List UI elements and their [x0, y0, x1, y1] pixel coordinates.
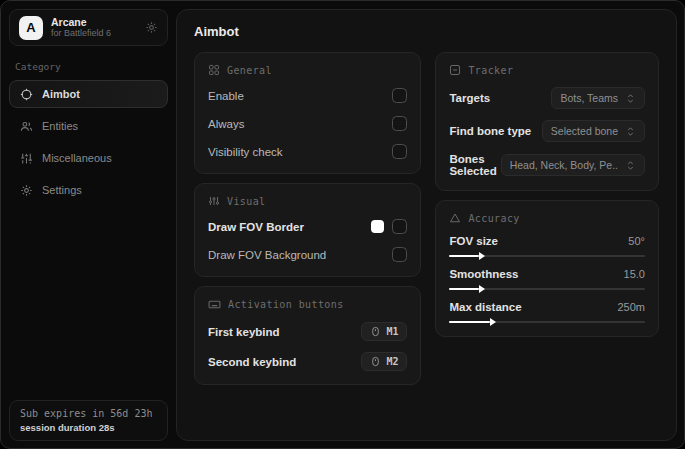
mouse-icon — [370, 326, 381, 337]
keyboard-icon — [208, 298, 221, 311]
draw-fov-background-checkbox[interactable] — [392, 247, 407, 262]
keybind-value: M1 — [386, 326, 398, 337]
setting-label: Bones Selected — [449, 153, 500, 177]
draw-fov-border-checkbox[interactable] — [392, 219, 407, 234]
targets-select[interactable]: Bots, Teams — [551, 87, 645, 109]
setting-row-enable: Enable — [208, 87, 407, 104]
general-card: General Enable Always Visibility check — [194, 52, 421, 174]
sidebar-item-label: Entities — [42, 120, 78, 132]
brand-text: Arcane for Battlefield 6 — [51, 16, 137, 38]
sidebar-item-label: Aimbot — [42, 88, 80, 100]
select-value: Head, Neck, Body, Pe.. — [510, 159, 618, 171]
visual-card-title: Visual — [227, 196, 266, 207]
app-name: Arcane — [51, 16, 137, 28]
sub-expiry-text: Sub expires in 56d 23h — [20, 408, 157, 419]
setting-label: Find bone type — [449, 125, 531, 137]
gear-icon — [20, 184, 33, 197]
sidebar-nav: Aimbot Entities Miscella — [9, 80, 168, 204]
setting-label: Draw FOV Background — [208, 249, 326, 261]
activation-card-title: Activation buttons — [228, 299, 344, 310]
setting-label: Enable — [208, 90, 244, 102]
setting-label: Draw FOV Border — [208, 221, 304, 233]
fov-size-slider[interactable] — [449, 255, 645, 257]
first-keybind-button[interactable]: M1 — [361, 322, 407, 341]
setting-row-targets: Targets Bots, Teams — [449, 87, 645, 109]
left-column: General Enable Always Visibility check — [194, 52, 421, 385]
brand-card: A Arcane for Battlefield 6 — [9, 9, 168, 46]
keybind-value: M2 — [386, 356, 398, 367]
mouse-icon — [370, 356, 381, 367]
users-icon — [20, 120, 33, 133]
smoothness-slider-block: Smoothness 15.0 — [449, 268, 645, 290]
always-checkbox[interactable] — [392, 116, 407, 131]
select-value: Selected bone — [551, 125, 618, 137]
slider-value: 15.0 — [624, 268, 645, 280]
page-title: Aimbot — [194, 24, 659, 39]
brand-gear-icon[interactable] — [145, 21, 158, 34]
slider-value: 50° — [628, 235, 645, 247]
adjustments-icon — [208, 195, 220, 207]
chevrons-up-down-icon — [625, 126, 636, 137]
max-distance-slider[interactable] — [449, 321, 645, 323]
general-card-title: General — [227, 65, 272, 76]
activation-buttons-card: Activation buttons First keybind M1 — [194, 286, 421, 385]
sidebar-item-entities[interactable]: Entities — [9, 112, 168, 140]
setting-row-draw-fov-border: Draw FOV Border — [208, 218, 407, 235]
max-distance-slider-block: Max distance 250m — [449, 301, 645, 323]
setting-row-find-bone-type: Find bone type Selected bone — [449, 120, 645, 142]
sidebar-item-aimbot[interactable]: Aimbot — [9, 80, 168, 108]
setting-row-draw-fov-background: Draw FOV Background — [208, 246, 407, 263]
chevrons-up-down-icon — [625, 93, 636, 104]
sidebar: A Arcane for Battlefield 6 Category — [1, 1, 176, 448]
sidebar-item-settings[interactable]: Settings — [9, 176, 168, 204]
setting-row-first-keybind: First keybind M1 — [208, 322, 407, 341]
slider-label: FOV size — [449, 235, 498, 247]
category-label: Category — [15, 61, 162, 72]
chevrons-up-down-icon — [625, 160, 636, 171]
triangle-icon — [449, 212, 461, 224]
find-bone-type-select[interactable]: Selected bone — [542, 120, 645, 142]
setting-label: Second keybind — [208, 356, 296, 368]
sidebar-item-label: Settings — [42, 184, 82, 196]
setting-row-always: Always — [208, 115, 407, 132]
setting-row-second-keybind: Second keybind M2 — [208, 352, 407, 371]
slider-label: Smoothness — [449, 268, 518, 280]
smoothness-slider[interactable] — [449, 288, 645, 290]
setting-label: Always — [208, 118, 244, 130]
enable-checkbox[interactable] — [392, 88, 407, 103]
grid-icon — [208, 64, 220, 76]
subscription-card: Sub expires in 56d 23h session duration … — [9, 400, 168, 441]
slider-label: Max distance — [449, 301, 521, 313]
main-panel: Aimbot General — [176, 9, 677, 441]
sidebar-item-miscellaneous[interactable]: Miscellaneous — [9, 144, 168, 172]
crosshair-icon — [20, 88, 33, 101]
app-subtitle: for Battlefield 6 — [51, 28, 137, 38]
setting-label: First keybind — [208, 326, 280, 338]
visual-card: Visual Draw FOV Border Draw FOV Backgrou… — [194, 183, 421, 277]
session-duration-text: session duration 28s — [20, 422, 157, 433]
app-logo: A — [19, 16, 43, 40]
visibility-check-checkbox[interactable] — [392, 144, 407, 159]
tracker-card: Tracker Targets Bots, Teams — [435, 52, 659, 191]
select-value: Bots, Teams — [560, 92, 618, 104]
sliders-icon — [20, 152, 33, 165]
setting-label: Targets — [449, 92, 490, 104]
accuracy-card-title: Accuracy — [468, 213, 519, 224]
bones-selected-select[interactable]: Head, Neck, Body, Pe.. — [501, 154, 645, 176]
second-keybind-button[interactable]: M2 — [361, 352, 407, 371]
right-column: Tracker Targets Bots, Teams — [435, 52, 659, 337]
app-window: A Arcane for Battlefield 6 Category — [0, 0, 685, 449]
fov-size-slider-block: FOV size 50° — [449, 235, 645, 257]
slider-value: 250m — [617, 301, 645, 313]
fov-border-color-swatch[interactable] — [371, 220, 384, 233]
setting-row-visibility-check: Visibility check — [208, 143, 407, 160]
setting-label: Visibility check — [208, 146, 283, 158]
square-minus-icon — [449, 64, 461, 76]
tracker-card-title: Tracker — [468, 65, 513, 76]
sidebar-item-label: Miscellaneous — [42, 152, 112, 164]
setting-row-bones-selected: Bones Selected Head, Neck, Body, Pe.. — [449, 153, 645, 177]
accuracy-card: Accuracy FOV size 50° Smoothness — [435, 200, 659, 337]
